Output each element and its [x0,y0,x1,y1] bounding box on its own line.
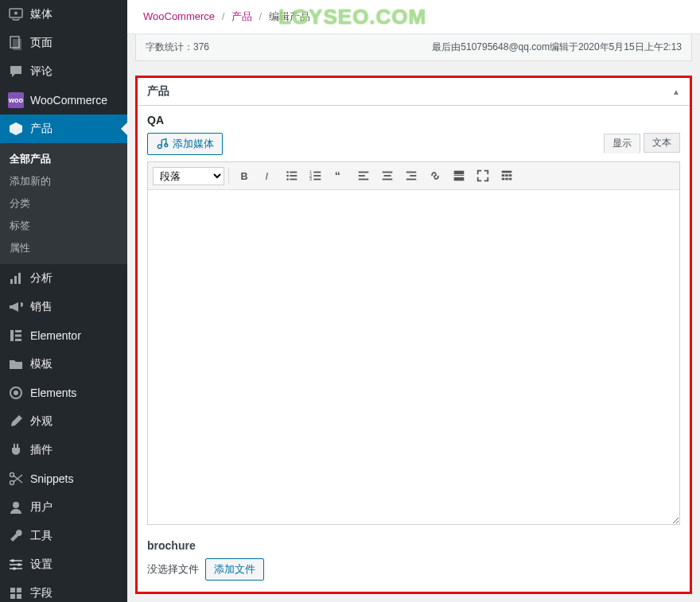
sidebar-item-appearance[interactable]: 外观 [0,407,127,436]
svg-rect-58 [509,174,512,177]
word-count-bar: 字数统计：376 最后由510795648@qq.com编辑于2020年5月15… [135,34,692,61]
align-right-button[interactable] [400,165,422,186]
svg-point-27 [165,144,168,147]
svg-rect-39 [313,175,321,177]
svg-rect-56 [502,174,505,177]
svg-rect-59 [502,178,505,181]
page-icon [8,35,24,51]
sidebar-item-label: 产品 [30,122,52,136]
svg-text:B: B [241,171,248,182]
sidebar-item-users[interactable]: 用户 [0,493,127,522]
sidebar-item-settings[interactable]: 设置 [0,550,127,579]
svg-rect-5 [14,276,17,284]
sidebar-item-label: 设置 [30,557,52,572]
editor-textarea[interactable] [148,190,679,524]
sidebar-item-label: 分析 [30,271,52,285]
submenu-item-add-new[interactable]: 添加新的 [0,170,127,192]
svg-rect-9 [15,335,21,337]
tab-text[interactable]: 文本 [644,133,680,153]
sidebar-item-plugins[interactable]: 插件 [0,436,127,464]
plug-icon [8,442,24,458]
wrench-icon [8,528,24,544]
breadcrumb-root[interactable]: WooCommerce [143,10,215,22]
sidebar-item-snippets[interactable]: Snippets [0,464,127,493]
svg-rect-22 [10,588,15,592]
section-label-qa: QA [147,114,680,126]
blockquote-button[interactable]: “ [329,165,351,186]
svg-point-15 [13,502,19,508]
scissors-icon [8,471,24,487]
svg-text:“: “ [335,169,340,182]
svg-rect-44 [359,175,365,177]
svg-rect-10 [15,339,21,341]
svg-point-26 [158,145,161,149]
submenu-item-all-products[interactable]: 全部产品 [0,148,127,170]
grid-icon [8,585,24,601]
svg-rect-24 [10,594,15,599]
align-left-button[interactable] [352,165,375,186]
sidebar-item-label: 插件 [30,443,52,457]
sidebar-item-label: 用户 [30,500,52,515]
toolbar-toggle-button[interactable] [496,165,518,186]
svg-text:3: 3 [309,177,312,181]
fullscreen-button[interactable] [472,165,494,186]
svg-rect-48 [383,179,393,181]
add-file-button[interactable]: 添加文件 [205,558,264,581]
svg-rect-23 [17,588,21,592]
sidebar-item-fields[interactable]: 字段 [0,579,127,602]
sidebar-item-pages[interactable]: 页面 [0,29,127,57]
sidebar-item-elementor[interactable]: Elementor [0,321,127,350]
svg-rect-8 [15,330,21,332]
sidebar-item-templates[interactable]: 模板 [0,350,127,379]
sidebar-item-products[interactable]: 产品 [0,115,127,143]
submenu-item-categories[interactable]: 分类 [0,192,127,215]
editor-toolbar: 段落 B I 123 “ [148,162,679,190]
svg-rect-53 [454,175,465,176]
sidebar-item-marketing[interactable]: 销售 [0,293,127,321]
product-icon [8,121,24,137]
file-status: 没选择文件 [147,562,199,577]
sidebar-item-label: 工具 [30,529,52,543]
svg-rect-55 [502,171,512,173]
sidebar-item-media[interactable]: 媒体 [0,0,127,29]
sidebar-item-label: 销售 [30,300,52,314]
number-list-button[interactable]: 123 [305,165,327,186]
submenu-item-attributes[interactable]: 属性 [0,237,127,259]
sidebar-item-analytics[interactable]: 分析 [0,264,127,293]
format-select[interactable]: 段落 [153,167,224,185]
svg-rect-43 [359,172,369,173]
collapse-toggle[interactable]: ▲ [672,87,680,96]
svg-rect-54 [454,177,465,181]
read-more-button[interactable] [448,165,470,186]
editor-tabs: 显示 文本 [604,133,680,153]
svg-point-34 [286,178,289,181]
svg-rect-51 [406,179,417,181]
sidebar-item-comments[interactable]: 评论 [0,57,127,86]
svg-rect-45 [359,179,369,181]
tab-visual[interactable]: 显示 [604,134,640,153]
highlighted-area: 产品 ▲ QA 添加媒体 显示 文本 [135,76,692,594]
link-button[interactable] [424,165,446,186]
svg-point-1 [14,12,18,15]
svg-point-21 [13,567,16,570]
sidebar-item-elements[interactable]: Elements [0,379,127,407]
svg-rect-7 [10,330,14,341]
sidebar-item-label: 字段 [30,586,52,600]
italic-button[interactable]: I [257,165,279,186]
sidebar-item-label: Snippets [30,472,73,485]
svg-rect-47 [384,175,391,177]
elementor-icon [8,328,24,344]
sliders-icon [8,557,24,573]
align-center-button[interactable] [376,165,399,186]
brochure-section: brochure 没选择文件 添加文件 [147,539,680,581]
bold-button[interactable]: B [233,165,255,186]
sidebar-item-tools[interactable]: 工具 [0,522,127,550]
submenu-item-tags[interactable]: 标签 [0,215,127,237]
breadcrumb-section[interactable]: 产品 [231,10,252,22]
add-media-button[interactable]: 添加媒体 [147,133,223,155]
svg-point-20 [18,563,21,566]
megaphone-icon [8,299,24,315]
svg-rect-37 [313,172,321,173]
bullet-list-button[interactable] [281,165,303,186]
sidebar-item-woocommerce[interactable]: woo WooCommerce [0,86,127,115]
